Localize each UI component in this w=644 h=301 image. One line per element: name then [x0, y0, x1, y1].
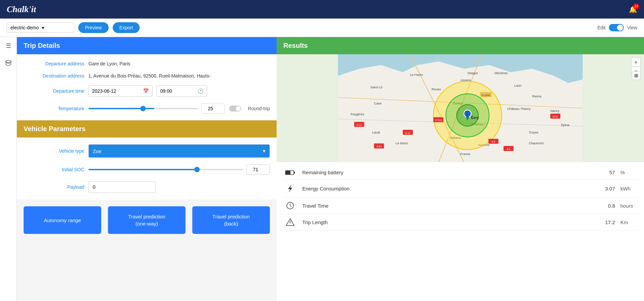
svg-text:Laon: Laon: [514, 84, 522, 87]
remaining-battery-unit: %: [620, 170, 637, 175]
svg-text:Le Havre: Le Havre: [410, 73, 423, 77]
left-panel: Trip Details Departure address Gare de L…: [17, 37, 277, 301]
svg-text:Évry: Évry: [471, 116, 479, 120]
map-layers-button-container: ⊞: [632, 70, 641, 80]
app-header: Chalk'it 🔔 24: [0, 0, 644, 19]
vehicle-type-row: Vehicle type Zoe ▾: [24, 141, 270, 161]
departure-date-input[interactable]: 2023-06-12 📅: [88, 85, 152, 97]
results-header: Results: [277, 37, 644, 54]
travel-time-label: Travel Time: [302, 203, 589, 209]
main-content: ☰ Trip Details Departure address Gare de…: [0, 37, 644, 301]
svg-text:Dieppe: Dieppe: [468, 71, 478, 75]
svg-text:France: France: [460, 152, 471, 156]
svg-text:Chaumont: Chaumont: [529, 141, 544, 145]
battery-icon: [283, 170, 297, 175]
trip-length-row: Trip Length 17.2 Km: [283, 214, 637, 231]
svg-text:Nancy: Nancy: [550, 109, 559, 113]
travel-time-value: 0.8: [595, 203, 615, 209]
remaining-battery-label: Remaining battery: [302, 170, 589, 175]
payload-row: Payload: [24, 178, 270, 196]
vehicle-parameters-section: Vehicle Parameters Vehicle type Zoe ▾ In…: [17, 120, 277, 200]
trip-details-section: Trip Details Departure address Gare de L…: [17, 37, 277, 120]
svg-text:Saint-Lô: Saint-Lô: [370, 85, 383, 89]
payload-label: Payload: [24, 184, 84, 190]
export-button[interactable]: Export: [113, 22, 140, 33]
results-table: Remaining battery 57 % Energy Consumptio…: [277, 162, 644, 301]
svg-rect-51: [294, 172, 295, 174]
svg-text:Troyes: Troyes: [529, 130, 538, 134]
map-zoom-in-button[interactable]: +: [632, 58, 640, 67]
map-layers-button[interactable]: ⊞: [632, 71, 641, 80]
energy-consumption-value: 3.07: [595, 186, 615, 191]
sidebar-db-icon[interactable]: [3, 58, 14, 69]
trip-length-unit: Km: [620, 219, 637, 225]
sidebar-menu-icon[interactable]: ☰: [3, 40, 14, 51]
temperature-input[interactable]: 25: [201, 103, 225, 114]
action-buttons-container: Autonomy range Travel prediction(one-way…: [17, 200, 277, 241]
trip-details-header: Trip Details: [17, 37, 277, 54]
edit-label: Edit: [597, 25, 606, 30]
travel-time-row: Travel Time 0.8 hours: [283, 198, 637, 214]
trip-length-value: 17.2: [595, 219, 615, 225]
svg-text:A 84: A 84: [376, 145, 382, 148]
vehicle-type-dropdown[interactable]: Zoe ▾: [88, 144, 270, 158]
vehicle-dropdown-arrow-icon: ▾: [263, 148, 265, 154]
departure-address-value: Gare de Lyon, Paris: [88, 61, 270, 66]
temperature-label: Temperature: [24, 106, 84, 111]
destination-address-value: 1, Avenue du Bois-Préau, 92500, Rueil-Ma…: [88, 73, 270, 79]
energy-consumption-label: Energy Consumption: [302, 186, 589, 191]
temperature-slider[interactable]: [88, 108, 198, 109]
departure-time-input[interactable]: 09:00 🕐: [157, 85, 207, 97]
svg-line-55: [290, 206, 291, 207]
calendar-icon: 📅: [143, 88, 149, 94]
energy-consumption-unit: kWh: [620, 186, 637, 191]
demo-selector[interactable]: electric-demo ▾: [7, 23, 74, 33]
svg-rect-52: [286, 171, 290, 174]
svg-text:A 5: A 5: [507, 148, 510, 151]
initial-soc-slider[interactable]: [88, 169, 243, 170]
round-trip-toggle[interactable]: [229, 106, 241, 112]
chevron-down-icon: ▾: [42, 25, 71, 30]
initial-soc-input[interactable]: 71: [246, 164, 270, 175]
svg-text:N 13: N 13: [357, 123, 362, 126]
payload-input[interactable]: [88, 181, 156, 193]
svg-text:Épina: Épina: [561, 123, 569, 127]
svg-text:Mézières: Mézières: [495, 71, 508, 75]
svg-text:Caen: Caen: [374, 101, 382, 105]
departure-address-row: Departure address Gare de Lyon, Paris: [24, 58, 270, 70]
toolbar: electric-demo ▾ Preview Export Edit View: [0, 19, 644, 37]
travel-prediction-one-way-button[interactable]: Travel prediction(one-way): [108, 206, 186, 234]
svg-text:Laval: Laval: [372, 130, 380, 134]
destination-address-row: Destination address 1, Avenue du Bois-Pr…: [24, 70, 270, 82]
remaining-battery-row: Remaining battery 57 %: [283, 165, 637, 180]
initial-soc-label: Initial SOC: [24, 167, 84, 172]
view-label: View: [627, 25, 637, 30]
svg-text:A 5: A 5: [492, 140, 495, 143]
remaining-battery-value: 57: [595, 170, 615, 175]
autonomy-range-button[interactable]: Autonomy range: [24, 206, 101, 234]
right-panel: Results Saint-Lô Caen Fougères Laval Le …: [277, 37, 644, 301]
clock-icon: [283, 202, 297, 210]
preview-button[interactable]: Preview: [78, 22, 109, 33]
departure-time-label: Departure time: [24, 88, 84, 94]
svg-text:Reims: Reims: [532, 94, 541, 98]
svg-text:Château-Thierry: Château-Thierry: [507, 107, 531, 111]
lightning-icon: [283, 184, 297, 193]
edit-view-toggle[interactable]: [609, 24, 624, 31]
vehicle-parameters-form: Vehicle type Zoe ▾ Initial SOC 71: [17, 138, 277, 200]
svg-text:D 613: D 613: [435, 119, 442, 122]
vehicle-parameters-header: Vehicle Parameters: [17, 120, 277, 138]
temperature-row: Temperature 25 Round-trip: [24, 100, 270, 117]
travel-prediction-back-button[interactable]: Travel prediction(back): [192, 206, 270, 234]
svg-text:N 57: N 57: [553, 115, 558, 118]
round-trip-label: Round-trip: [248, 106, 270, 111]
notification-bell[interactable]: 🔔 24: [629, 5, 637, 13]
app-logo: Chalk'it: [7, 4, 36, 14]
trip-length-label: Trip Length: [302, 219, 589, 225]
edit-view-toggle-container: Edit View: [597, 24, 637, 31]
svg-text:D 1016: D 1016: [482, 94, 490, 97]
svg-point-0: [6, 60, 11, 62]
trip-details-form: Departure address Gare de Lyon, Paris De…: [17, 54, 277, 120]
map-container[interactable]: Saint-Lô Caen Fougères Laval Le Mans Le …: [277, 54, 644, 162]
sidebar: ☰: [0, 37, 17, 301]
